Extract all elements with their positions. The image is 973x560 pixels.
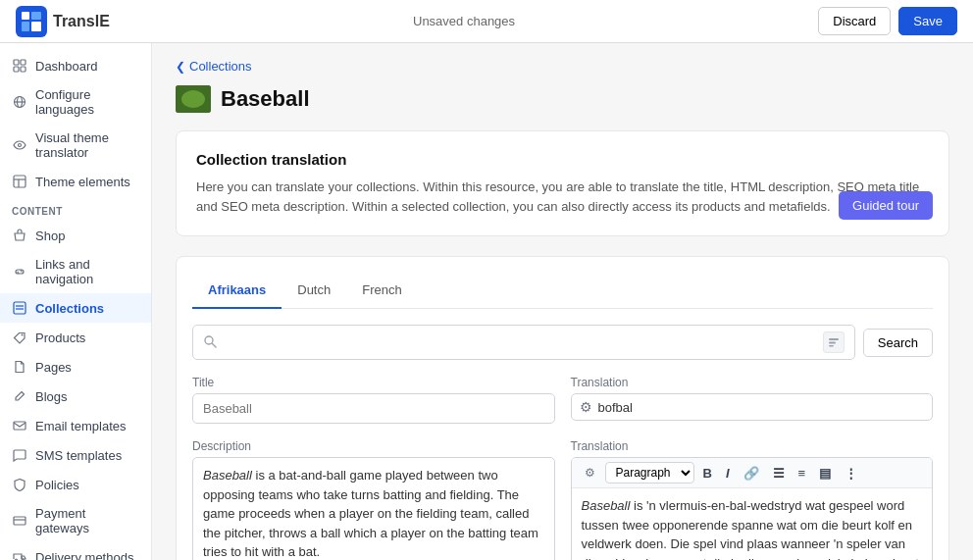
svg-line-28 [213,343,217,347]
title-label: Title [192,376,555,389]
sidebar-item-collections[interactable]: Collections [0,293,151,323]
main-content: ❮ Collections Baseball Collection transl… [152,43,973,560]
align-right-icon[interactable]: ▤ [814,463,836,484]
credit-card-icon [12,513,27,529]
sidebar-item-sms-templates[interactable]: SMS templates [0,440,151,470]
eye-icon [12,137,27,153]
sidebar-item-label: Email templates [35,419,126,433]
svg-rect-7 [21,67,26,72]
topbar-left: TranslE [16,6,110,37]
link-toolbar-icon[interactable]: 🔗 [739,463,764,484]
svg-rect-29 [829,338,839,340]
title-input[interactable] [192,393,555,424]
search-input-wrap[interactable] [192,325,855,360]
description-text: is a bat-and-ball game played between tw… [203,468,538,559]
sidebar-item-label: Products [35,331,85,345]
mail-icon [12,418,27,433]
align-left-icon[interactable]: ☰ [768,463,790,484]
tab-afrikaans[interactable]: Afrikaans [192,273,282,309]
sidebar-item-shop[interactable]: Shop [0,221,151,250]
sidebar-item-links[interactable]: Links and navigation [0,250,151,293]
sidebar-item-label: Policies [35,478,79,492]
info-card-title: Collection translation [196,151,929,168]
rich-toolbar: ⚙ Paragraph B I 🔗 ☰ ≡ ▤ ⋮ [572,458,933,488]
description-label: Description [192,439,555,453]
info-card-description: Here you can translate your collections.… [196,178,929,216]
sidebar-item-email-templates[interactable]: Email templates [0,411,151,440]
sidebar-item-configure-languages[interactable]: Configure languages [0,80,151,124]
translation-desc-label: Translation [571,439,934,453]
rich-content-text: is 'n vlermuis-en-bal-wedstryd wat gespe… [582,498,919,560]
sidebar-item-label: Visual theme translator [35,130,139,160]
translation-desc-group: Translation ⚙ Paragraph B I 🔗 ☰ ≡ [571,439,934,560]
sidebar-item-visual-theme[interactable]: Visual theme translator [0,124,151,167]
guided-tour-button[interactable]: Guided tour [839,191,933,220]
sidebar-item-label: SMS templates [35,448,122,463]
svg-rect-3 [31,22,41,31]
sidebar-item-label: Collections [35,301,104,316]
sidebar-item-label: Configure languages [35,87,139,117]
align-center-icon[interactable]: ≡ [794,463,811,484]
description-italic: Baseball [203,468,252,483]
sidebar: Dashboard Configure languages Visual the… [0,43,152,560]
sms-icon [12,447,27,463]
save-button[interactable]: Save [898,7,957,35]
layout-icon [12,174,27,189]
sidebar-item-label: Links and navigation [35,257,139,286]
italic-icon[interactable]: I [721,463,735,484]
svg-rect-5 [21,60,26,65]
description-group: Description Baseball is a bat-and-ball g… [192,439,555,560]
info-card: Collection translation Here you can tran… [176,130,949,236]
title-fields-row: Title Translation ⚙ [192,376,933,424]
edit-icon [12,388,27,404]
svg-point-18 [22,334,24,336]
tab-dutch[interactable]: Dutch [282,273,346,309]
breadcrumb[interactable]: ❮ Collections [176,59,949,74]
discard-button[interactable]: Discard [818,7,891,35]
translation-card: Afrikaans Dutch French Search [176,256,949,560]
svg-rect-0 [22,12,29,20]
translation-input[interactable] [598,400,925,415]
truck-icon [12,549,27,560]
sidebar-item-label: Delivery methods [35,550,133,561]
more-icon[interactable]: ⋮ [840,463,862,484]
logo-icon [16,6,47,37]
sidebar-item-dashboard[interactable]: Dashboard [0,51,151,80]
translate-icon: ⚙ [580,399,592,415]
sidebar-item-blogs[interactable]: Blogs [0,382,151,411]
sidebar-item-payment-gateways[interactable]: Payment gateways [0,499,151,542]
search-row: Search [192,325,933,360]
search-icon-right[interactable] [823,331,845,353]
search-button[interactable]: Search [863,329,933,357]
svg-point-27 [205,336,213,344]
search-input[interactable] [223,335,817,350]
sidebar-item-label: Shop [35,229,65,243]
svg-rect-30 [829,342,836,344]
rich-content-italic: Baseball [582,498,631,513]
translation-input-wrap[interactable]: ⚙ [571,393,934,421]
sidebar-item-policies[interactable]: Policies [0,470,151,499]
paragraph-select[interactable]: Paragraph [605,462,694,484]
logo-text: TranslE [53,13,110,30]
shop-icon [12,228,27,243]
tabs-row: Afrikaans Dutch French [192,273,933,309]
sidebar-item-products[interactable]: Products [0,323,151,352]
svg-rect-6 [14,67,19,72]
rich-content[interactable]: Baseball is 'n vlermuis-en-bal-wedstryd … [572,488,933,560]
sidebar-item-theme-elements[interactable]: Theme elements [0,167,151,196]
content-section-label: CONTENT [0,196,151,221]
sidebar-item-pages[interactable]: Pages [0,352,151,382]
file-icon [12,359,27,375]
svg-rect-19 [14,422,26,430]
sidebar-item-delivery-methods[interactable]: Delivery methods [0,542,151,560]
title-field-group: Title [192,376,555,424]
svg-rect-1 [31,12,41,20]
sidebar-item-label: Dashboard [35,59,98,74]
page-title-image [176,85,211,113]
breadcrumb-arrow: ❮ [176,60,185,74]
description-fields-row: Description Baseball is a bat-and-ball g… [192,439,933,560]
tab-french[interactable]: French [346,273,417,309]
description-textarea[interactable]: Baseball is a bat-and-ball game played b… [192,457,555,560]
bold-icon[interactable]: B [698,463,717,484]
layout: Dashboard Configure languages Visual the… [0,43,973,560]
